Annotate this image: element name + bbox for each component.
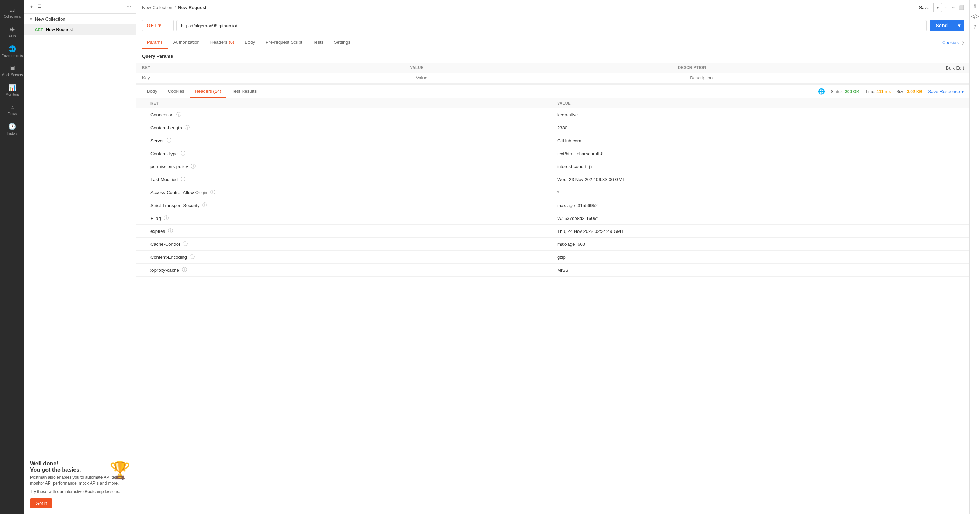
- tab-settings[interactable]: Settings: [329, 36, 355, 49]
- table-row: Access-Control-Allow-Origin ⓘ *: [137, 186, 969, 199]
- main-content: New Collection / New Request Save ▾ ··· …: [137, 0, 969, 514]
- got-it-button[interactable]: Got It: [30, 498, 52, 508]
- info-icon[interactable]: ⓘ: [181, 176, 186, 182]
- response-key-cell: Cache-Control ⓘ: [151, 241, 557, 247]
- tab-body[interactable]: Body: [240, 36, 260, 49]
- response-section: Body Cookies Headers (24) Test Results 🌐…: [137, 85, 969, 514]
- response-key-cell: expires ⓘ: [151, 228, 557, 234]
- tab-params[interactable]: Params: [142, 36, 168, 49]
- response-table: KEY VALUE Connection ⓘ keep-alive Conten…: [137, 98, 969, 514]
- method-select[interactable]: GET ▾: [142, 20, 173, 32]
- info-icon[interactable]: ⓘ: [168, 228, 173, 234]
- info-icon[interactable]: ⓘ: [210, 189, 215, 195]
- tab-tests[interactable]: Tests: [308, 36, 328, 49]
- send-label: Send: [930, 20, 954, 32]
- response-value-cell: Thu, 24 Nov 2022 02:24:49 GMT: [557, 229, 964, 234]
- tab-response-cookies[interactable]: Cookies: [163, 85, 189, 98]
- response-value-cell: gzip: [557, 255, 964, 260]
- save-response-button[interactable]: Save Response ▾: [928, 89, 964, 94]
- info-icon[interactable]: ⓘ: [183, 241, 188, 247]
- info-icon[interactable]: ⓘ: [190, 254, 195, 260]
- col-header-value: VALUE: [410, 65, 678, 71]
- promo-trophy-icon: 🏆: [110, 460, 130, 480]
- layout-icon[interactable]: ⬜: [958, 5, 964, 10]
- description-input[interactable]: [690, 75, 964, 81]
- collections-icon: 🗂: [9, 6, 15, 14]
- cookies-link[interactable]: Cookies: [942, 36, 959, 49]
- tab-test-results[interactable]: Test Results: [227, 85, 261, 98]
- size-label: Size: 3.02 KB: [896, 89, 922, 94]
- collection-item[interactable]: ▼ New Collection: [24, 14, 136, 24]
- response-value-cell: 2330: [557, 125, 964, 130]
- globe-icon: 🌐: [818, 88, 825, 95]
- info-icon[interactable]: ⓘ: [164, 215, 169, 221]
- sidebar-item-monitors[interactable]: 📊 Monitors: [0, 81, 24, 99]
- url-input[interactable]: [177, 20, 927, 32]
- right-info-icon[interactable]: ℹ: [974, 3, 976, 10]
- url-bar: GET ▾ Send ▾: [137, 15, 969, 36]
- environments-icon: 🌐: [8, 45, 16, 53]
- edit-icon[interactable]: ✏: [951, 5, 956, 10]
- add-collection-icon[interactable]: ＋: [29, 3, 34, 10]
- response-value-cell: GitHub.com: [557, 138, 964, 143]
- flows-icon: ⟁: [11, 103, 14, 111]
- response-key-cell: Last-Modified ⓘ: [151, 176, 557, 182]
- tab-authorization[interactable]: Authorization: [169, 36, 205, 49]
- info-icon[interactable]: ⓘ: [181, 150, 186, 157]
- breadcrumb-parent[interactable]: New Collection: [142, 5, 173, 10]
- tab-response-body[interactable]: Body: [142, 85, 162, 98]
- info-icon[interactable]: ⓘ: [167, 137, 172, 144]
- bulk-edit-button[interactable]: Bulk Edit: [946, 65, 964, 71]
- response-key-cell: Server ⓘ: [151, 137, 557, 144]
- query-params-header: Query Params: [137, 49, 969, 63]
- response-status: 🌐 Status: 200 OK Time: 411 ms Size: 3.02…: [818, 88, 964, 95]
- request-item[interactable]: GET New Request: [24, 24, 136, 35]
- key-input[interactable]: [142, 75, 416, 81]
- response-value-cell: W/"637de8d2-1606": [557, 216, 964, 221]
- right-help-icon[interactable]: ?: [974, 24, 977, 30]
- table-row: Connection ⓘ keep-alive: [137, 108, 969, 121]
- col-header-description: DESCRIPTION: [678, 65, 946, 71]
- right-panel-icon[interactable]: ⟩: [962, 40, 964, 45]
- sidebar-item-history[interactable]: 🕐 History: [0, 120, 24, 138]
- response-key-cell: Content-Encoding ⓘ: [151, 254, 557, 260]
- breadcrumb: New Collection / New Request: [142, 5, 207, 10]
- params-table-header: KEY VALUE DESCRIPTION Bulk Edit: [137, 63, 969, 73]
- table-row: Last-Modified ⓘ Wed, 23 Nov 2022 09:33:0…: [137, 173, 969, 186]
- response-key-cell: permissions-policy ⓘ: [151, 163, 557, 170]
- send-button[interactable]: Send ▾: [930, 20, 964, 32]
- top-bar-more-icon[interactable]: ···: [945, 5, 949, 10]
- save-dropdown-icon[interactable]: ▾: [934, 3, 942, 12]
- response-key-cell: Access-Control-Allow-Origin ⓘ: [151, 189, 557, 195]
- response-value-cell: interest-cohort=(): [557, 164, 964, 169]
- sidebar-item-apis[interactable]: ⊕ APIs: [0, 23, 24, 41]
- more-options-icon[interactable]: ···: [127, 3, 131, 10]
- table-row: Cache-Control ⓘ max-age=600: [137, 238, 969, 251]
- filter-icon[interactable]: ☰: [37, 3, 41, 10]
- mock-servers-icon: 🖥: [9, 65, 15, 72]
- sidebar-item-flows[interactable]: ⟁ Flows: [0, 101, 24, 119]
- response-value-cell: text/html; charset=utf-8: [557, 151, 964, 156]
- request-name: New Request: [46, 27, 73, 32]
- promo-bootcamp: Try these with our interactive Bootcamp …: [30, 489, 130, 494]
- send-dropdown-icon[interactable]: ▾: [954, 20, 964, 32]
- info-icon[interactable]: ⓘ: [177, 111, 181, 118]
- history-icon: 🕐: [8, 123, 16, 130]
- value-input[interactable]: [416, 75, 690, 81]
- apis-icon: ⊕: [10, 25, 15, 33]
- sidebar-item-collections[interactable]: 🗂 Collections: [0, 3, 24, 21]
- method-chevron-icon: ▾: [158, 23, 161, 28]
- tab-headers[interactable]: Headers (6): [205, 36, 239, 49]
- info-icon[interactable]: ⓘ: [202, 202, 207, 208]
- info-icon[interactable]: ⓘ: [185, 124, 190, 131]
- save-button[interactable]: Save ▾: [915, 3, 943, 12]
- sidebar-item-mock-servers[interactable]: 🖥 Mock Servers: [0, 62, 24, 80]
- table-row: Content-Length ⓘ 2330: [137, 121, 969, 134]
- tab-response-headers[interactable]: Headers (24): [190, 85, 226, 98]
- monitors-icon: 📊: [8, 84, 16, 92]
- sidebar-item-environments[interactable]: 🌐 Environments: [0, 42, 24, 60]
- info-icon[interactable]: ⓘ: [182, 267, 187, 273]
- right-code-icon[interactable]: </>: [971, 14, 979, 20]
- info-icon[interactable]: ⓘ: [191, 163, 196, 170]
- tab-pre-request-script[interactable]: Pre-request Script: [261, 36, 307, 49]
